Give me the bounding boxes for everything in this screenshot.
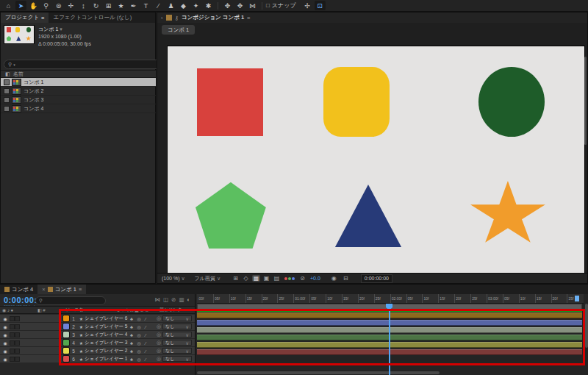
- snap-checkbox-icon[interactable]: □: [266, 2, 270, 9]
- layer-lock-cell[interactable]: [15, 349, 19, 353]
- name-column-label[interactable]: 名前: [13, 71, 24, 78]
- project-list-item[interactable]: コンポ 1: [1, 78, 156, 87]
- show-channels-icon[interactable]: [284, 277, 295, 280]
- panel-menu-icon[interactable]: ≡: [41, 15, 44, 21]
- layer-lock-cell[interactable]: [15, 341, 19, 345]
- label-color-cell[interactable]: [4, 79, 10, 85]
- pen-tool-icon[interactable]: ✒: [128, 1, 139, 10]
- layer-visibility-eye-icon[interactable]: ◉: [0, 349, 10, 354]
- parent-pickwhip-icon[interactable]: ◎: [155, 332, 162, 338]
- green-pentagon[interactable]: [196, 182, 266, 249]
- parent-pickwhip-icon[interactable]: ◎: [155, 315, 162, 321]
- label-color-cell[interactable]: [4, 106, 10, 112]
- viewer-vertical-scrollbar[interactable]: [584, 57, 587, 145]
- resolution-dropdown[interactable]: フル画質 ∨: [195, 275, 220, 282]
- layer-lock-cell[interactable]: [15, 317, 19, 321]
- timeline-tab-comp4[interactable]: コンポ 4: [0, 285, 37, 294]
- timeline-vertical-scrollbar[interactable]: [585, 304, 588, 348]
- layer-audio-cell[interactable]: [10, 325, 14, 329]
- snapshot-camera-icon[interactable]: ◉: [330, 275, 338, 282]
- hand-tool-icon[interactable]: ✋: [28, 1, 39, 10]
- parent-pickwhip-icon[interactable]: ◎: [155, 356, 162, 362]
- layer-label-color[interactable]: [63, 340, 69, 346]
- mini-flowchart-icon[interactable]: ⋈: [154, 296, 160, 303]
- timeline-horizontal-scrollbar[interactable]: [197, 371, 440, 374]
- panel-menu-icon[interactable]: ≡: [247, 15, 250, 21]
- rotation-tool-icon[interactable]: ↻: [90, 1, 101, 10]
- source-name-header[interactable]: ソース名: [65, 307, 117, 313]
- parent-pickwhip-icon[interactable]: ◎: [155, 348, 162, 354]
- layer-name[interactable]: シェイプレイヤー 2: [85, 348, 130, 354]
- dark-green-circle[interactable]: [26, 27, 31, 32]
- layer-visibility-eye-icon[interactable]: ◉: [0, 316, 10, 321]
- layer-label-color[interactable]: [63, 315, 69, 321]
- layer-row[interactable]: ◉›2★シェイプレイヤー 5♣ ◎ ∕◎なし∨: [0, 323, 195, 331]
- dark-green-circle[interactable]: [478, 67, 545, 137]
- clone-stamp-tool-icon[interactable]: ♟: [165, 1, 176, 10]
- selection-tool-icon[interactable]: ➤: [15, 1, 26, 10]
- parent-link-header[interactable]: 親とリンク: [159, 307, 182, 313]
- mask-feather-icon[interactable]: ⊡: [315, 1, 326, 10]
- label-color-cell[interactable]: [4, 88, 10, 94]
- layer-lock-cell[interactable]: [15, 333, 19, 337]
- layer-switches[interactable]: ♣ ◎ ∕: [130, 357, 155, 362]
- mask-visibility-icon[interactable]: ◇: [242, 275, 250, 282]
- layer-audio-cell[interactable]: [10, 341, 14, 345]
- layer-name[interactable]: シェイプレイヤー 5: [85, 324, 130, 330]
- snap-toggle[interactable]: □ スナップ: [266, 1, 296, 10]
- green-pentagon[interactable]: [7, 36, 12, 41]
- layer-audio-cell[interactable]: [10, 333, 14, 337]
- magnification-dropdown[interactable]: (100 %) ∨: [162, 276, 185, 282]
- transparency-grid-icon[interactable]: ▦: [252, 275, 260, 282]
- layer-name[interactable]: シェイプレイヤー 1: [85, 356, 130, 362]
- pan-camera-tool-icon[interactable]: ✛: [65, 1, 76, 10]
- reset-exposure-icon[interactable]: ⊘: [298, 275, 306, 282]
- parent-link-dropdown[interactable]: なし∨: [162, 332, 192, 338]
- label-column-icon[interactable]: ◧: [5, 71, 10, 77]
- parent-link-dropdown[interactable]: なし∨: [162, 324, 192, 329]
- yellow-rounded-square[interactable]: [15, 27, 20, 32]
- axis-mode-world-icon[interactable]: ✥: [234, 1, 245, 10]
- layer-label-color[interactable]: [63, 324, 69, 329]
- exposure-value[interactable]: +0.0: [310, 276, 320, 281]
- eraser-tool-icon[interactable]: ◆: [178, 1, 189, 10]
- pan-behind-tool-icon[interactable]: ⊞: [103, 1, 114, 10]
- draft-3d-icon[interactable]: ◫: [163, 296, 168, 303]
- project-list-item[interactable]: コンポ 3: [1, 96, 156, 104]
- motion-blur-icon[interactable]: ◐: [187, 296, 190, 303]
- type-tool-icon[interactable]: T: [140, 1, 151, 10]
- home-tool-icon[interactable]: ⌂: [3, 1, 14, 10]
- layer-expand-arrow[interactable]: ›: [56, 340, 63, 346]
- timeline-search-input[interactable]: ⚲: [35, 296, 106, 305]
- red-square[interactable]: [7, 27, 11, 32]
- layer-row[interactable]: ◉›3★シェイプレイヤー 4♣ ◎ ∕◎なし∨: [0, 331, 195, 339]
- parent-link-dropdown[interactable]: なし∨: [162, 356, 192, 362]
- layer-switches[interactable]: ♣ ◎ ∕: [130, 340, 155, 346]
- close-icon[interactable]: ×: [42, 286, 45, 293]
- hide-shy-layers-icon[interactable]: ⊘: [171, 296, 176, 303]
- layer-expand-arrow[interactable]: ›: [56, 316, 63, 321]
- current-time-indicator[interactable]: [389, 304, 390, 375]
- parent-link-dropdown[interactable]: なし∨: [162, 340, 192, 346]
- comp-name[interactable]: コンポ 1 ▾: [38, 26, 91, 33]
- label-color-cell[interactable]: [4, 97, 10, 103]
- zoom-tool-icon[interactable]: ⚲: [40, 1, 51, 10]
- project-list-item[interactable]: コンポ 4: [1, 104, 156, 113]
- layer-lock-cell[interactable]: [15, 325, 19, 329]
- layer-label-color[interactable]: [63, 332, 69, 338]
- puppet-tool-icon[interactable]: ✱: [203, 1, 214, 10]
- layer-audio-cell[interactable]: [10, 357, 14, 361]
- parent-link-dropdown[interactable]: なし∨: [162, 315, 192, 321]
- pixel-aspect-correction-icon[interactable]: ▤: [273, 275, 281, 282]
- panel-chevron-icon[interactable]: ›: [161, 15, 163, 21]
- dolly-camera-tool-icon[interactable]: ↨: [78, 1, 89, 10]
- layer-visibility-eye-icon[interactable]: ◉: [0, 324, 10, 329]
- tab-project[interactable]: プロジェクト ≡: [1, 12, 49, 23]
- region-of-interest-icon[interactable]: ▣: [262, 275, 270, 282]
- layer-audio-cell[interactable]: [10, 317, 14, 321]
- panel-menu-icon[interactable]: ≡: [79, 286, 82, 293]
- brush-tool-icon[interactable]: ∕: [153, 1, 164, 10]
- red-square[interactable]: [197, 68, 263, 136]
- layer-audio-cell[interactable]: [10, 349, 14, 353]
- project-search-input[interactable]: ⚲ ▾: [4, 60, 162, 69]
